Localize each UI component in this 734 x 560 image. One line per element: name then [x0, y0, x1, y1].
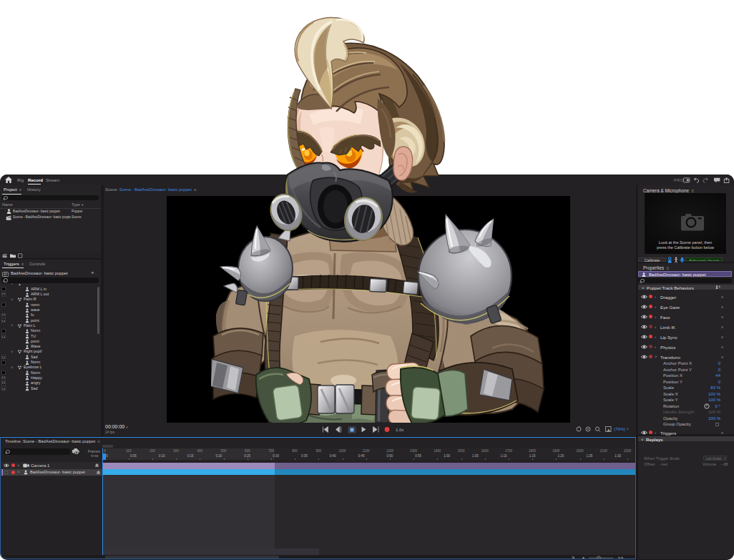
svg-text:1.0x: 1.0x [396, 428, 403, 432]
